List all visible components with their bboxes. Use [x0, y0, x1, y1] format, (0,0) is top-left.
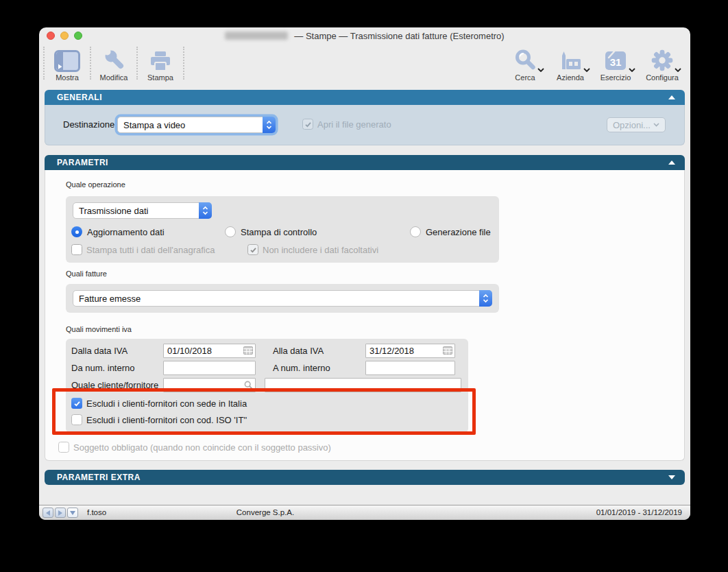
- toolbar-button-azienda[interactable]: Azienda: [548, 45, 593, 82]
- select-stepper-icon: [479, 290, 492, 307]
- destinazione-label: Destinazione: [63, 119, 114, 130]
- toolbar-label: Modifica: [100, 73, 128, 82]
- nav-back-button[interactable]: [43, 508, 53, 518]
- status-username: f.toso: [87, 508, 106, 516]
- apri-file-checkbox[interactable]: Apri il file generato: [302, 119, 391, 130]
- checkbox-icon: [71, 414, 82, 425]
- section-title: PARAMETRI EXTRA: [45, 473, 141, 482]
- titlebar: — Stampe — Trasmissione dati fatture (Es…: [39, 27, 690, 44]
- toolbar-button-stampa[interactable]: Stampa: [138, 45, 183, 82]
- checkbox-label: Soggetto obbligato (quando non coincide …: [73, 442, 331, 453]
- radio-stampa-di-controllo[interactable]: Stampa di controllo: [225, 226, 317, 237]
- radio-generazione-file[interactable]: Generazione file: [410, 226, 491, 237]
- quali-movimenti-label: Quali movimenti iva: [66, 325, 132, 333]
- section-header-parametri[interactable]: PARAMETRI: [45, 155, 685, 170]
- chevron-down-icon: [583, 68, 590, 72]
- select-value: Trasmissione dati: [73, 206, 199, 216]
- status-company: Converge S.p.A.: [236, 508, 294, 516]
- nav-forward-button[interactable]: [55, 508, 66, 518]
- dalla-data-label: Dalla data IVA: [71, 346, 128, 356]
- toolbar: Mostra Modifica: [39, 44, 690, 84]
- toolbar-label: Cerca: [515, 73, 535, 82]
- quale-cliente-field[interactable]: [163, 378, 256, 392]
- stampa-tutti-checkbox[interactable]: Stampa tutti i dati dell'anagrafica: [71, 244, 215, 255]
- button-label: Opzioni...: [613, 120, 651, 130]
- fatture-select[interactable]: Fatture emesse: [73, 290, 492, 307]
- arrow-right-icon: [58, 510, 62, 516]
- checkbox-checked-disabled-icon: [302, 119, 313, 130]
- destinazione-select[interactable]: Stampa a video: [117, 117, 276, 133]
- calendar-icon: 31: [603, 49, 628, 72]
- radio-aggiornamento-dati[interactable]: Aggiornamento dati: [71, 226, 165, 237]
- opzioni-button[interactable]: Opzioni...: [607, 117, 666, 132]
- chevron-down-icon: [537, 68, 544, 72]
- da-num-input[interactable]: [163, 361, 256, 375]
- toolbar-label: Azienda: [557, 73, 584, 82]
- factory-icon: [558, 49, 583, 72]
- window-preview-icon: [54, 50, 80, 72]
- radio-label: Stampa di controllo: [241, 227, 317, 237]
- radio-label: Generazione file: [426, 227, 491, 237]
- checkbox-checked-icon: [71, 398, 82, 409]
- soggetto-obbligato-checkbox[interactable]: Soggetto obbligato (quando non coincide …: [58, 442, 331, 453]
- radio-icon: [225, 226, 236, 237]
- section-title: PARAMETRI: [45, 158, 108, 167]
- quale-cliente-label: Quale cliente/fornitore: [71, 380, 158, 390]
- arrow-left-icon: [46, 510, 50, 516]
- section-header-generali[interactable]: GENERALI: [45, 90, 685, 105]
- gear-icon: [651, 49, 674, 72]
- a-num-label: A num. interno: [273, 363, 330, 373]
- select-stepper-icon: [263, 117, 276, 133]
- toolbar-label: Configura: [646, 73, 679, 82]
- checkbox-label: Escludi i clienti-fornitori con cod. ISO…: [86, 415, 247, 425]
- redacted-app-name: [225, 32, 288, 40]
- collapse-arrow-icon: [668, 160, 675, 165]
- da-num-label: Da num. interno: [71, 363, 135, 373]
- app-window: — Stampe — Trasmissione dati fatture (Es…: [39, 27, 690, 520]
- dalla-data-field[interactable]: [163, 344, 256, 358]
- toolbar-button-mostra[interactable]: Mostra: [45, 45, 90, 82]
- a-num-input[interactable]: [365, 361, 455, 375]
- toolbar-button-cerca[interactable]: Cerca: [502, 45, 548, 82]
- section-body-generali: Destinazione Stampa a video Apri il file…: [45, 105, 685, 145]
- radio-label: Aggiornamento dati: [87, 227, 165, 237]
- toolbar-button-modifica[interactable]: Modifica: [91, 45, 136, 82]
- toolbar-separator: [183, 47, 184, 80]
- alla-data-input[interactable]: [365, 344, 455, 358]
- checkbox-checked-disabled-icon: [247, 244, 258, 255]
- printer-icon: [148, 50, 173, 72]
- a-num-field[interactable]: [365, 361, 455, 375]
- chevron-down-icon: [675, 68, 681, 72]
- checkbox-label: Apri il file generato: [317, 119, 391, 130]
- wrench-icon: [102, 49, 125, 72]
- checkbox-label: Escludi i clienti-fornitori con sede in …: [86, 398, 247, 409]
- quale-cliente-desc-input[interactable]: [265, 378, 461, 392]
- escludi-cod-iso-checkbox[interactable]: Escludi i clienti-fornitori con cod. ISO…: [71, 414, 247, 425]
- quali-fatture-label: Quali fatture: [66, 270, 107, 278]
- expand-arrow-icon: [668, 475, 675, 479]
- toolbar-button-esercizio[interactable]: 31 Esercizio: [593, 45, 638, 82]
- operazione-select[interactable]: Trasmissione dati: [73, 202, 212, 219]
- select-stepper-icon: [199, 202, 212, 219]
- escludi-sede-italia-checkbox[interactable]: Escludi i clienti-fornitori con sede in …: [71, 398, 247, 409]
- section-body-parametri: Quale operazione Trasmissione dati Aggio…: [45, 170, 685, 461]
- toolbar-button-configura[interactable]: Configura: [638, 45, 686, 82]
- checkbox-icon: [58, 442, 69, 453]
- operazione-panel: Trasmissione dati Aggiornamento dati Sta…: [66, 196, 499, 263]
- select-value: Stampa a video: [118, 120, 263, 130]
- non-includere-checkbox[interactable]: Non includere i dati facoltativi: [247, 244, 378, 255]
- alla-data-label: Alla data IVA: [273, 346, 324, 356]
- quale-operazione-label: Quale operazione: [66, 180, 125, 189]
- alla-data-field[interactable]: [365, 344, 455, 358]
- dalla-data-input[interactable]: [163, 344, 256, 358]
- toolbar-label: Esercizio: [600, 73, 631, 82]
- quale-cliente-desc-field[interactable]: [265, 378, 461, 392]
- radio-selected-icon: [71, 226, 82, 237]
- chevron-down-icon: [653, 123, 659, 127]
- checkbox-label: Non includere i dati facoltativi: [263, 245, 378, 255]
- da-num-field[interactable]: [163, 361, 256, 375]
- quale-cliente-input[interactable]: [163, 378, 256, 392]
- nav-menu-button[interactable]: [67, 508, 78, 518]
- section-header-parametri-extra[interactable]: PARAMETRI EXTRA: [45, 470, 685, 485]
- chevron-down-icon: [629, 68, 635, 72]
